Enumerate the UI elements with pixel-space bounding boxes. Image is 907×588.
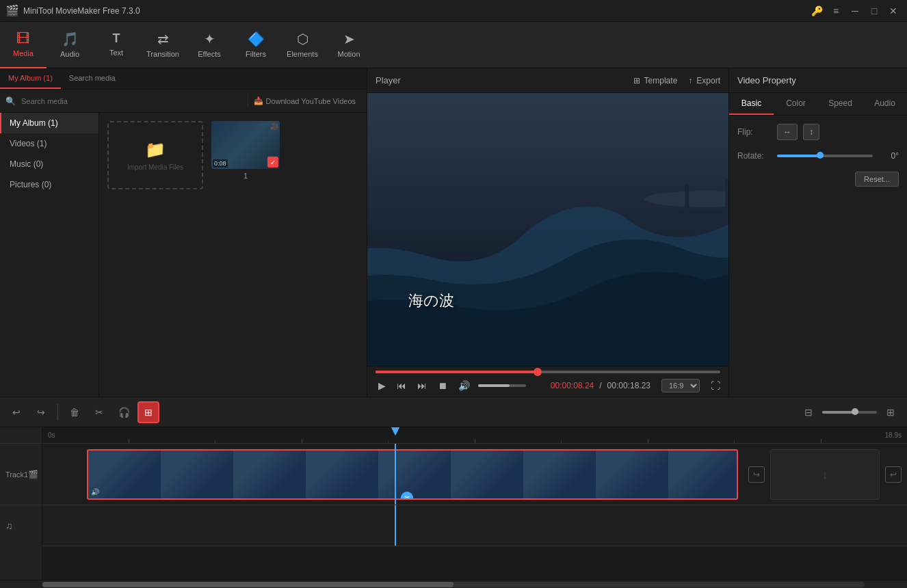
track2-audio-icon[interactable]: ♫ [5,520,13,531]
media-thumb-1[interactable]: 0:08 ✓ 🎥 [211,121,280,169]
prop-tab-basic[interactable]: Basic [729,93,774,115]
toolbar-media-label: Media [13,49,34,57]
scrollbar-thumb[interactable] [42,582,454,587]
video-overlay-text: 海の波 [408,291,454,311]
scrollbar-track[interactable] [42,582,865,587]
playhead-line-track2 [395,505,396,546]
media-item-label: 1 [244,172,248,180]
zoom-out-btn[interactable]: ⊟ [798,401,819,423]
rotate-fill [777,155,820,157]
thumb-check-badge: ✓ [267,157,278,168]
zoom-fill [822,411,855,414]
download-youtube-btn[interactable]: 📥 Download YouTube Videos [248,94,362,108]
clip-frame-7 [523,451,596,498]
timeline-ruler: 0s 18.9s [42,427,907,444]
volume-fill [478,384,510,387]
aspect-ratio-select[interactable]: 16:9 4:3 1:1 9:16 [661,379,700,392]
toolbar-filters-label: Filters [246,50,266,58]
toolbar-elements[interactable]: ⬡ Elements [279,22,326,68]
minimize-btn[interactable]: ─ [847,3,863,19]
right-empty-area: ↪ ↓ ↩ [748,444,902,505]
play-btn[interactable]: ▶ [376,379,389,392]
delete-btn[interactable]: 🗑 [64,401,86,423]
rotate-label: Rotate: [737,151,772,161]
property-section: Flip: ↔ ↕ Rotate: 0° Reset... [729,116,907,195]
close-btn[interactable]: ✕ [885,3,902,19]
prop-tab-speed[interactable]: Speed [818,93,863,115]
toolbar-effects[interactable]: ✦ Effects [186,22,233,68]
tab-my-album[interactable]: My Album (1) [0,68,61,89]
prop-tab-color[interactable]: Color [774,93,818,115]
track1-video-icon[interactable]: 🎬 [28,470,38,479]
zoom-in-btn[interactable]: ⊞ [880,401,902,423]
stop-btn[interactable]: ⏹ [435,379,450,392]
track-labels: Track1 🎬 ♫ [0,427,42,580]
tab-search-media[interactable]: Search media [61,68,124,89]
progress-thumb[interactable] [534,368,542,376]
undo-btn[interactable]: ↩ [5,401,27,423]
flip-horizontal-btn[interactable]: ↔ [777,124,798,140]
detach-audio-btn[interactable]: 🎧 [113,401,135,423]
empty-slot-left-btn[interactable]: ↪ [748,466,765,483]
media-item-1[interactable]: 0:08 ✓ 🎥 1 [211,121,280,388]
flip-vertical-btn[interactable]: ↕ [803,124,819,140]
clip-frame-2 [161,451,233,498]
zoom-thumb[interactable] [852,408,858,415]
app-icon: 🎬 [5,4,19,17]
prev-btn[interactable]: ⏮ [394,379,409,392]
toolbar-transition[interactable]: ⇄ Transition [140,22,186,68]
volume-btn[interactable]: 🔊 [456,379,473,392]
key-btn[interactable]: 🔑 [809,3,825,19]
video-clip[interactable]: 🔊 ✂ [87,449,738,500]
zoom-slider[interactable] [822,411,877,414]
volume-slider[interactable] [478,384,526,387]
progress-bar[interactable] [376,371,720,373]
player-header: Player ⊞ Template ↑ Export [367,68,728,93]
toolbar-audio-label: Audio [60,50,79,58]
timeline: ↩ ↪ 🗑 ✂ 🎧 ⊞ ⊟ ⊞ Track1 🎬 ♫ [0,397,907,588]
redo-btn[interactable]: ↪ [30,401,52,423]
empty-slot-right-btn[interactable]: ↩ [885,466,902,483]
empty-slot-icon: ↓ [822,468,828,482]
player-label: Player [376,75,401,85]
toolbar-motion[interactable]: ➤ Motion [326,22,372,68]
toolbar-media[interactable]: 🎞 Media [0,22,47,68]
toolbar-motion-label: Motion [337,50,360,58]
search-input[interactable] [21,97,242,105]
property-tabs: Basic Color Speed Audio [729,93,907,116]
template-btn[interactable]: ⊞ Template [633,76,678,85]
rotate-row: Rotate: 0° [737,151,899,161]
fullscreen-btn[interactable]: ⛶ [711,380,720,391]
toolbar-filters[interactable]: 🔷 Filters [233,22,279,68]
filters-icon: 🔷 [248,31,265,47]
reset-btn[interactable]: Reset... [855,172,899,187]
download-icon: 📥 [254,96,263,105]
rotate-thumb[interactable] [817,152,824,159]
import-media-btn[interactable]: 📁 Import Media Files [107,121,203,189]
timeline-area: Track1 🎬 ♫ 0s 18.9s [0,427,907,580]
crop-btn[interactable]: ⊞ [137,401,159,423]
prop-tab-audio[interactable]: Audio [863,93,907,115]
toolbar-elements-label: Elements [287,50,318,58]
menu-btn[interactable]: ≡ [828,3,844,19]
toolbar-text[interactable]: T Text [93,22,140,68]
toolbar-audio[interactable]: 🎵 Audio [47,22,93,68]
album-item-pictures[interactable]: Pictures (0) [0,174,98,195]
rotate-slider[interactable] [777,155,873,157]
album-item-my-album[interactable]: My Album (1) [0,113,98,133]
album-item-music[interactable]: Music (0) [0,154,98,174]
elements-icon: ⬡ [297,31,308,47]
export-btn[interactable]: ↑ Export [688,76,720,85]
toolbar-separator-1 [57,404,58,420]
video-background [367,93,728,366]
album-item-videos[interactable]: Videos (1) [0,133,98,154]
text-icon: T [113,31,120,46]
left-panel: My Album (1) Search media 🔍 📥 Download Y… [0,68,367,397]
toolbar-effects-label: Effects [198,50,220,58]
thumb-duration: 0:08 [213,159,228,168]
split-btn[interactable]: ✂ [88,401,110,423]
next-btn[interactable]: ⏭ [415,379,430,392]
timeline-scroll[interactable] [0,580,907,588]
playhead-line-track1 [395,444,396,505]
maximize-btn[interactable]: □ [866,3,882,19]
